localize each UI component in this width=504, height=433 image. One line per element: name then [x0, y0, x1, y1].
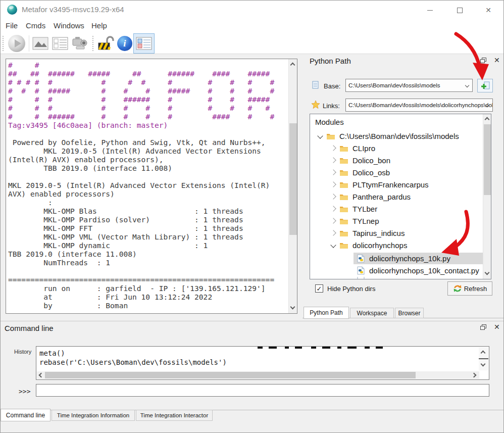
scroll-up-icon[interactable]: [290, 63, 295, 68]
minimize-button[interactable]: [420, 5, 440, 16]
chevron-right-icon[interactable]: [330, 145, 336, 151]
tree-root-row[interactable]: C:\Users\Boman\dev\fossils\models: [318, 130, 459, 141]
snapshot-button[interactable]: [31, 34, 50, 53]
tree-file-row[interactable]: dolicorhynchops_10k_contact.py: [357, 265, 479, 276]
tree-folder-row[interactable]: Dolico_osb: [331, 167, 390, 178]
command-line-close-icon[interactable]: ✕: [494, 323, 500, 331]
history-hscroll-thumb[interactable]: [45, 372, 416, 378]
maximize-button[interactable]: [449, 5, 470, 16]
console-banner: # # ## ## ###### ##### ## ###### #### ##…: [6, 59, 297, 129]
tab-command-line[interactable]: Command line: [1, 409, 51, 421]
tab-python-path[interactable]: Python Path: [304, 307, 349, 319]
history-text: meta() rebase(r'C:\Users\Boman\dev\fossi…: [36, 347, 489, 367]
close-button[interactable]: ✕: [478, 5, 498, 16]
toolbar-grip-2[interactable]: [92, 36, 94, 51]
hide-python-dirs-checkbox[interactable]: ✓: [315, 284, 323, 293]
history-hscrollbar[interactable]: [37, 371, 479, 379]
base-path-combobox[interactable]: C:\Users\Boman\dev\fossils\models: [345, 79, 473, 92]
menu-windows[interactable]: Windows: [54, 21, 84, 30]
tab-workspace[interactable]: Workspace: [350, 308, 394, 318]
python-path-close-icon[interactable]: ✕: [494, 56, 500, 64]
chevron-down-icon[interactable]: [465, 83, 469, 87]
tree-folder-row[interactable]: PLTtymFrankencarpus: [331, 179, 429, 190]
tree-scroll-thumb[interactable]: [484, 124, 491, 195]
chevron-right-icon[interactable]: [330, 206, 336, 211]
tab-time-integration-information[interactable]: Time Integration Information: [52, 410, 135, 421]
console-text: Powered by Oofelie, Python and Swig, Vtk…: [6, 129, 297, 310]
close-icon: ✕: [485, 7, 491, 14]
tab-browser[interactable]: Browser: [395, 308, 424, 318]
console-scrollbar[interactable]: [288, 59, 297, 313]
chevron-down-icon[interactable]: [317, 133, 323, 138]
python-file-icon: [357, 277, 365, 279]
python-path-float-icon[interactable]: [480, 58, 487, 64]
chevron-down-icon[interactable]: [330, 242, 336, 248]
clipped-text-fragment: [285, 347, 289, 349]
console-scroll-thumb[interactable]: [289, 123, 297, 235]
scroll-up-icon[interactable]: [485, 117, 490, 122]
image-icon: [32, 37, 48, 50]
menu-file[interactable]: File: [6, 21, 18, 30]
camera-button[interactable]: [70, 34, 89, 53]
panel-divider[interactable]: [1, 321, 503, 321]
clipped-text-fragment: [337, 347, 341, 349]
links-path-combobox[interactable]: C:\Users\Boman\dev\fossils\models\dolico…: [345, 99, 493, 112]
chevron-right-icon[interactable]: [330, 218, 336, 223]
history-vscrollbar[interactable]: [479, 347, 488, 370]
command-line-float-icon[interactable]: [480, 324, 487, 330]
modules-tree-header: Modules: [315, 118, 344, 126]
add-path-button[interactable]: [477, 79, 493, 92]
dock-layout-active-button[interactable]: [133, 33, 155, 54]
command-input[interactable]: [36, 384, 489, 397]
chevron-right-icon[interactable]: [330, 181, 336, 187]
clipped-text-fragment: [258, 347, 263, 349]
menu-cmds[interactable]: Cmds: [26, 21, 45, 30]
base-label: Base:: [324, 82, 340, 90]
tree-file-row-clipped[interactable]: [357, 277, 369, 279]
refresh-label: Refresh: [464, 285, 487, 293]
scroll-down-icon[interactable]: [481, 362, 486, 367]
tree-folder-row[interactable]: Dolico_bon: [331, 155, 390, 166]
tree-folder-row[interactable]: Panthera_pardus: [331, 191, 411, 202]
scroll-down-icon[interactable]: [485, 270, 490, 275]
window-title: Metafor v3495-msvc19.29-x64: [22, 5, 124, 14]
tree-folder-row[interactable]: Tapirus_indicus: [331, 227, 405, 238]
chevron-right-icon[interactable]: [330, 157, 336, 163]
python-prompt: >>>: [19, 388, 30, 395]
scroll-left-icon[interactable]: [39, 373, 44, 378]
menu-bar: File Cmds Windows Help: [1, 19, 503, 32]
metafor-window: Metafor v3495-msvc19.29-x64 ✕ File Cmds …: [0, 0, 504, 433]
scroll-down-icon[interactable]: [290, 305, 295, 310]
refresh-button[interactable]: Refresh: [447, 281, 492, 296]
run-button[interactable]: [7, 34, 26, 53]
menu-help[interactable]: Help: [91, 21, 107, 30]
tree-folder-row[interactable]: CLIpro: [331, 142, 375, 154]
clipped-text-fragment: [347, 347, 357, 349]
chevron-right-icon[interactable]: [330, 230, 336, 235]
tree-scrollbar[interactable]: [483, 114, 491, 279]
title-bar: Metafor v3495-msvc19.29-x64 ✕: [1, 1, 503, 19]
scroll-up-icon[interactable]: [481, 351, 486, 356]
clipped-text-fragment: [365, 347, 370, 349]
tab-time-integration-interactor[interactable]: Time Integration Interactor: [136, 410, 213, 421]
tree-folder-label: TYLnep: [352, 217, 379, 225]
tree-folder-row[interactable]: TYLnep: [331, 215, 379, 226]
dock-layout-active-icon: [136, 37, 152, 50]
chevron-right-icon[interactable]: [330, 169, 336, 175]
scroll-right-icon[interactable]: [472, 373, 477, 378]
maximize-icon: [457, 8, 463, 13]
history-box[interactable]: meta() rebase(r'C:\Users\Boman\dev\fossi…: [36, 346, 489, 380]
console-output: # # ## ## ###### ##### ## ###### #### ##…: [6, 59, 297, 314]
dock-layout-button[interactable]: [51, 34, 70, 53]
tree-folder-row[interactable]: TYLber: [331, 203, 377, 214]
chevron-right-icon[interactable]: [330, 194, 336, 199]
toolbar-grip[interactable]: [3, 36, 4, 51]
tree-file-row-selected[interactable]: dolicorhynchops_10k.py: [357, 253, 450, 264]
info-button[interactable]: i: [115, 34, 134, 53]
folder-icon: [340, 206, 348, 212]
tree-folder-row-expanded[interactable]: dolicorhynchops: [331, 239, 407, 251]
history-scroll-thumb[interactable]: [479, 358, 488, 359]
folder-icon: [340, 230, 348, 236]
history-label: History: [14, 349, 31, 355]
unlock-button[interactable]: [96, 34, 115, 53]
